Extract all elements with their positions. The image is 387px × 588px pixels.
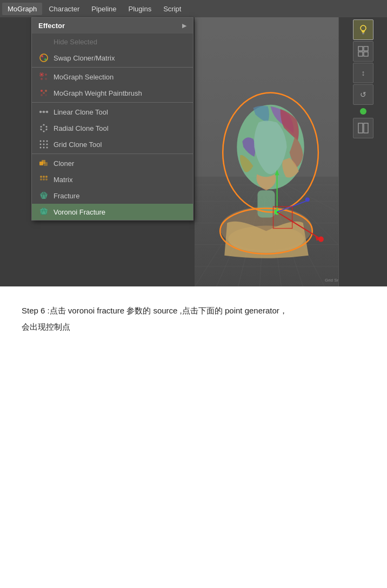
svg-point-19 bbox=[43, 124, 45, 126]
grid-clone-label: Grid Clone Tool bbox=[54, 141, 102, 149]
fracture-icon bbox=[38, 190, 49, 201]
svg-point-14 bbox=[43, 111, 45, 113]
svg-point-27 bbox=[46, 141, 48, 142]
svg-marker-43 bbox=[40, 191, 48, 199]
svg-rect-82 bbox=[257, 190, 275, 217]
linear-clone-label: Linear Clone Tool bbox=[54, 108, 108, 116]
toolbar-light-btn[interactable] bbox=[353, 19, 373, 40]
dropdown-arrow-icon: ▶ bbox=[182, 23, 186, 29]
svg-point-15 bbox=[46, 111, 48, 113]
swap-cloner-label: Swap Cloner/Matrix bbox=[54, 54, 115, 62]
dropdown-mograph-weight[interactable]: MoGraph Weight Paintbrush bbox=[32, 85, 193, 101]
dropdown-hide-selected[interactable]: Hide Selected bbox=[32, 34, 193, 50]
cloner-label: Cloner bbox=[54, 159, 74, 168]
svg-point-41 bbox=[43, 178, 45, 181]
dropdown-effector-header[interactable]: Effector ▶ bbox=[32, 18, 193, 34]
svg-point-6 bbox=[45, 78, 47, 80]
svg-point-40 bbox=[40, 178, 42, 181]
svg-point-9 bbox=[45, 90, 47, 92]
linear-clone-icon bbox=[38, 106, 49, 117]
viewport: Grid Sn... bbox=[195, 17, 338, 286]
svg-point-26 bbox=[43, 141, 45, 142]
mograph-weight-label: MoGraph Weight Paintbrush bbox=[54, 89, 142, 97]
swap-cloner-icon bbox=[38, 52, 49, 63]
svg-point-11 bbox=[45, 94, 47, 96]
radial-clone-icon bbox=[38, 123, 49, 133]
svg-text:↕: ↕ bbox=[361, 69, 365, 77]
dropdown-matrix[interactable]: Matrix bbox=[32, 171, 193, 188]
svg-point-3 bbox=[41, 74, 43, 76]
menu-plugins[interactable]: Plugins bbox=[123, 3, 157, 15]
hide-selected-icon bbox=[38, 36, 49, 47]
svg-rect-57 bbox=[358, 52, 363, 56]
svg-point-20 bbox=[46, 126, 48, 128]
svg-rect-55 bbox=[358, 46, 363, 51]
mograph-weight-icon bbox=[38, 88, 49, 98]
svg-text:Grid Sn...: Grid Sn... bbox=[325, 278, 338, 283]
dropdown-fracture[interactable]: Fracture bbox=[32, 188, 193, 204]
svg-point-23 bbox=[41, 129, 42, 130]
svg-point-25 bbox=[40, 141, 42, 142]
green-indicator bbox=[360, 108, 366, 115]
svg-point-31 bbox=[40, 147, 42, 149]
menu-script[interactable]: Script bbox=[158, 3, 186, 15]
svg-point-0 bbox=[40, 54, 48, 62]
toolbar-rotate-btn[interactable]: ↺ bbox=[353, 84, 373, 105]
svg-point-12 bbox=[43, 92, 45, 94]
dropdown-mograph-selection[interactable]: MoGraph Selection bbox=[32, 69, 193, 85]
svg-rect-62 bbox=[364, 123, 368, 133]
voronoi-fracture-label: Voronoi Fracture bbox=[54, 208, 105, 216]
toolbar-move-btn[interactable]: ↕ bbox=[353, 63, 373, 83]
menu-character[interactable]: Character bbox=[43, 3, 85, 15]
svg-rect-36 bbox=[44, 162, 48, 166]
dropdown-radial-clone[interactable]: Radial Clone Tool bbox=[32, 120, 193, 136]
svg-point-4 bbox=[45, 74, 47, 76]
mograph-selection-icon bbox=[38, 71, 49, 82]
radial-clone-label: Radial Clone Tool bbox=[54, 124, 109, 132]
svg-point-1 bbox=[41, 55, 43, 57]
voronoi-fracture-icon bbox=[38, 206, 49, 217]
svg-point-10 bbox=[41, 94, 43, 96]
tutorial-section: Step 6 :点击 voronoi fracture 参数的 source ,… bbox=[0, 286, 387, 351]
mograph-selection-label: MoGraph Selection bbox=[54, 73, 114, 81]
dropdown-cloner[interactable]: Cloner bbox=[32, 155, 193, 171]
svg-text:↺: ↺ bbox=[360, 90, 366, 99]
svg-point-8 bbox=[41, 90, 43, 92]
dropdown-menu: Effector ▶ Hide Selected Swap Cloner/Mat… bbox=[31, 17, 194, 220]
svg-point-5 bbox=[41, 78, 43, 80]
dropdown-swap-cloner[interactable]: Swap Cloner/Matrix bbox=[32, 50, 193, 66]
menu-mograph[interactable]: MoGraph bbox=[2, 3, 42, 15]
svg-rect-54 bbox=[362, 34, 364, 35]
dropdown-voronoi-fracture[interactable]: Voronoi Fracture bbox=[32, 204, 193, 220]
svg-point-38 bbox=[43, 176, 45, 178]
hide-selected-label: Hide Selected bbox=[54, 38, 97, 46]
svg-point-93 bbox=[305, 197, 310, 202]
matrix-label: Matrix bbox=[54, 176, 72, 184]
svg-point-37 bbox=[40, 176, 42, 178]
svg-point-91 bbox=[318, 237, 324, 242]
svg-point-29 bbox=[43, 144, 45, 145]
svg-point-42 bbox=[45, 178, 48, 181]
menu-pipeline[interactable]: Pipeline bbox=[86, 3, 122, 15]
dropdown-grid-clone[interactable]: Grid Clone Tool bbox=[32, 136, 193, 152]
toolbar-split-btn[interactable] bbox=[353, 118, 373, 138]
svg-point-2 bbox=[44, 58, 46, 61]
svg-point-39 bbox=[45, 176, 48, 178]
svg-rect-58 bbox=[364, 52, 368, 56]
tutorial-step-text2: 会出现控制点 bbox=[22, 319, 365, 335]
svg-point-22 bbox=[43, 131, 45, 132]
svg-point-13 bbox=[39, 111, 42, 113]
divider-3 bbox=[32, 153, 193, 154]
toolbar: ↕ ↺ bbox=[338, 17, 387, 286]
cloner-icon bbox=[38, 158, 49, 169]
c4d-ui-section: MoGraph Character Pipeline Plugins Scrip… bbox=[0, 0, 387, 286]
dropdown-linear-clone[interactable]: Linear Clone Tool bbox=[32, 104, 193, 120]
grid-clone-icon bbox=[38, 139, 49, 150]
dropdown-effector-label: Effector bbox=[38, 22, 65, 30]
svg-point-28 bbox=[40, 144, 42, 145]
svg-rect-56 bbox=[364, 46, 368, 51]
toolbar-grid-btn[interactable] bbox=[353, 41, 373, 62]
svg-point-52 bbox=[361, 25, 366, 31]
matrix-icon bbox=[38, 174, 49, 185]
svg-point-30 bbox=[46, 144, 48, 145]
